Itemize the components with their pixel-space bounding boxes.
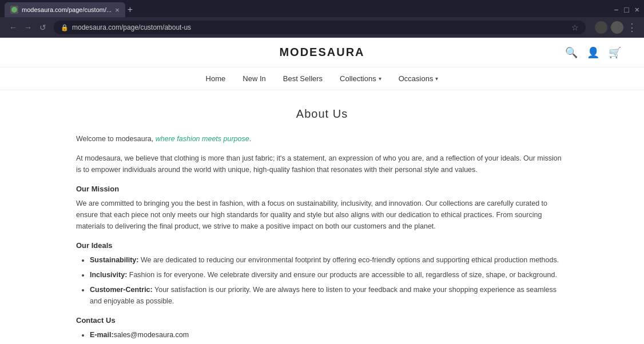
url-display: modesaura.com/page/custom/about-us <box>72 23 568 31</box>
header-icons: 🔍 👤 🛒 <box>565 46 621 59</box>
browser-chrome: modesaura.com/page/custom/... × + − □ × … <box>0 0 644 38</box>
bookmark-icon[interactable]: ☆ <box>571 23 579 32</box>
active-tab[interactable]: modesaura.com/page/custom/... × <box>5 2 125 17</box>
ideals-list: Sustainability: We are dedicated to redu… <box>90 254 568 307</box>
ideal-inclusivity-text: Fashion is for everyone. We celebrate di… <box>129 271 557 279</box>
extension-icons: ⋮ <box>595 21 637 34</box>
tab-title: modesaura.com/page/custom/... <box>22 6 112 13</box>
ideal-customer-centric-text: Your satisfaction is our priority. We ar… <box>90 286 556 305</box>
cart-icon[interactable]: 🛒 <box>609 46 621 59</box>
intro-paragraph-1: Welcome to modesaura, where fashion meet… <box>76 133 568 145</box>
nav-item-best-sellers[interactable]: Best Sellers <box>283 74 323 83</box>
close-button[interactable]: × <box>635 5 639 14</box>
website: MODESAURA 🔍 👤 🛒 Home New In Best Sellers… <box>0 38 644 344</box>
contact-email-item: E-mail:sales@modesaura.com <box>90 329 568 341</box>
search-icon[interactable]: 🔍 <box>565 46 578 59</box>
browser-nav-buttons: ← → ↺ <box>7 21 49 34</box>
contact-list: E-mail:sales@modesaura.com <box>90 329 568 341</box>
contact-email-label: E-mail: <box>90 331 114 339</box>
nav-item-occasions[interactable]: Occasions ▾ <box>399 74 439 83</box>
site-logo: MODESAURA <box>279 46 364 59</box>
extension-icon-1[interactable] <box>595 21 607 34</box>
mission-text: We are committed to bringing you the bes… <box>76 198 568 232</box>
contact-heading: Contact Us <box>76 316 568 325</box>
svg-point-0 <box>11 7 17 13</box>
ideal-sustainability-label: Sustainability: <box>90 256 138 264</box>
intro-link-fashion: where fashion meets purpose <box>156 135 249 143</box>
collections-chevron: ▾ <box>379 75 381 82</box>
minimize-button[interactable]: − <box>614 5 618 14</box>
ideal-inclusivity: Inclusivity: Fashion is for everyone. We… <box>90 269 568 281</box>
page-title: About Us <box>76 107 568 121</box>
nav-item-collections[interactable]: Collections ▾ <box>340 74 381 83</box>
forward-button[interactable]: → <box>22 21 34 34</box>
tab-close-button[interactable]: × <box>115 6 120 14</box>
tab-bar: modesaura.com/page/custom/... × + − □ × <box>0 0 644 17</box>
ideal-inclusivity-label: Inclusivity: <box>90 271 127 279</box>
browser-menu-button[interactable]: ⋮ <box>627 21 637 34</box>
url-box[interactable]: 🔒 modesaura.com/page/custom/about-us ☆ <box>54 21 586 34</box>
tab-favicon <box>10 6 18 14</box>
window-controls: − □ × <box>614 5 639 14</box>
reload-button[interactable]: ↺ <box>37 21 49 34</box>
ideal-customer-centric-label: Customer-Centric: <box>90 286 153 294</box>
mission-heading: Our Mission <box>76 185 568 193</box>
secure-icon: 🔒 <box>61 24 69 31</box>
ideal-customer-centric: Customer-Centric: Your satisfaction is o… <box>90 284 568 307</box>
back-button[interactable]: ← <box>7 21 19 34</box>
site-navigation: Home New In Best Sellers Collections ▾ O… <box>0 67 644 90</box>
contact-email-link[interactable]: sales@modesaura.com <box>114 331 189 339</box>
ideal-sustainability: Sustainability: We are dedicated to redu… <box>90 254 568 266</box>
nav-item-home[interactable]: Home <box>206 74 226 83</box>
profile-icon[interactable] <box>611 21 623 34</box>
new-tab-button[interactable]: + <box>128 5 133 15</box>
occasions-chevron: ▾ <box>435 75 438 82</box>
intro-paragraph-2: At modesaura, we believe that clothing i… <box>76 153 568 175</box>
address-bar: ← → ↺ 🔒 modesaura.com/page/custom/about-… <box>0 17 644 38</box>
ideals-heading: Our Ideals <box>76 241 568 250</box>
ideal-sustainability-text: We are dedicated to reducing our environ… <box>141 256 559 264</box>
main-content: About Us Welcome to modesaura, where fas… <box>65 90 579 344</box>
contact-section: Contact Us E-mail:sales@modesaura.com <box>76 316 568 341</box>
account-icon[interactable]: 👤 <box>587 46 599 59</box>
site-header: MODESAURA 🔍 👤 🛒 <box>0 38 644 67</box>
nav-item-new-in[interactable]: New In <box>243 74 265 83</box>
restore-button[interactable]: □ <box>624 5 629 14</box>
